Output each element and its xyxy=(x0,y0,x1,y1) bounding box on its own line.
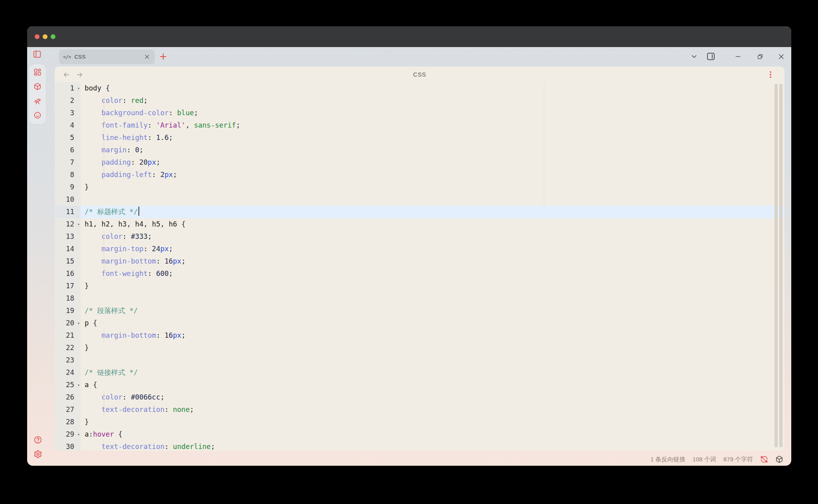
fold-toggle-icon[interactable]: ▾ xyxy=(77,428,80,441)
code-line[interactable]: 2 color: red; xyxy=(55,94,784,107)
close-light[interactable] xyxy=(35,34,40,39)
code-line[interactable]: 18 xyxy=(55,292,784,305)
close-window-icon[interactable] xyxy=(778,53,784,60)
code-line[interactable]: 17} xyxy=(55,280,784,292)
code-line-content[interactable]: /* 段落样式 */ xyxy=(81,305,784,317)
code-line[interactable]: 16 font-weight: 600; xyxy=(55,268,784,280)
code-line[interactable]: 30 text-decoration: underline; xyxy=(55,441,784,451)
chevron-down-icon[interactable] xyxy=(691,53,697,60)
code-line-content[interactable]: line-height: 1.6; xyxy=(81,132,784,144)
code-line-content[interactable]: padding-left: 2px; xyxy=(81,169,784,181)
cube-package-icon[interactable] xyxy=(34,83,41,91)
code-line-content[interactable]: margin-bottom: 16px; xyxy=(81,329,784,342)
code-line-content[interactable] xyxy=(81,193,784,206)
tab-css[interactable]: </> CSS xyxy=(59,49,155,64)
code-line-content[interactable]: margin-top: 24px; xyxy=(81,243,784,255)
scrollbar-outer[interactable] xyxy=(775,84,778,447)
code-line[interactable]: 4 font-family: 'Arial', sans-serif; xyxy=(55,119,784,132)
code-line[interactable]: 11/* 标题样式 */ xyxy=(55,206,784,218)
code-line-content[interactable]: } xyxy=(81,181,784,193)
code-line[interactable]: 8 padding-left: 2px; xyxy=(55,169,784,181)
restore-window-icon[interactable] xyxy=(757,53,763,60)
telescope-icon[interactable] xyxy=(34,97,41,105)
code-line-content[interactable] xyxy=(81,292,784,305)
code-line[interactable]: 12▾h1, h2, h3, h4, h5, h6 { xyxy=(55,218,784,230)
code-line-content[interactable]: h1, h2, h3, h4, h5, h6 { xyxy=(81,218,784,230)
code-line-content[interactable]: color: #333; xyxy=(81,230,784,243)
window-titlebar[interactable] xyxy=(27,26,791,47)
zoom-light[interactable] xyxy=(51,34,55,39)
scrollbar-thumb[interactable] xyxy=(779,84,782,447)
code-line[interactable]: 6 margin: 0; xyxy=(55,144,784,156)
dashboard-grid-icon[interactable] xyxy=(34,68,41,76)
code-line[interactable]: 28} xyxy=(55,416,784,428)
fold-toggle-icon[interactable]: ▾ xyxy=(77,218,80,230)
code-line[interactable]: 9} xyxy=(55,181,784,193)
minimize-icon[interactable] xyxy=(735,53,741,59)
word-count[interactable]: 108 个词 xyxy=(693,456,716,463)
line-number: 25▾ xyxy=(55,379,81,391)
code-line-content[interactable]: } xyxy=(81,416,784,428)
code-line[interactable]: 21 margin-bottom: 16px; xyxy=(55,329,784,342)
code-line-content[interactable]: a:hover { xyxy=(81,428,784,441)
backlink-count[interactable]: 1 条反向链接 xyxy=(650,456,686,463)
code-line[interactable]: 29▾a:hover { xyxy=(55,428,784,441)
traffic-lights[interactable] xyxy=(35,34,55,39)
code-line[interactable]: 7 padding: 20px; xyxy=(55,156,784,169)
code-line-content[interactable]: } xyxy=(81,280,784,292)
code-line[interactable]: 23 xyxy=(55,354,784,366)
pane-divider-line xyxy=(544,82,544,206)
char-count[interactable]: 879 个字符 xyxy=(723,456,753,463)
code-line-content[interactable]: a { xyxy=(81,379,784,391)
smiley-icon[interactable] xyxy=(34,111,41,119)
indent-guide xyxy=(104,404,104,416)
fold-toggle-icon[interactable]: ▾ xyxy=(77,379,80,391)
settings-gear-icon[interactable] xyxy=(34,450,42,459)
code-line-content[interactable]: /* 链接样式 */ xyxy=(81,366,784,379)
line-number: 21 xyxy=(55,329,81,342)
indent-guide xyxy=(104,94,104,107)
sync-off-icon[interactable] xyxy=(760,455,768,463)
code-line[interactable]: 13 color: #333; xyxy=(55,230,784,243)
code-line-content[interactable]: font-family: 'Arial', sans-serif; xyxy=(81,119,784,132)
code-line[interactable]: 19/* 段落样式 */ xyxy=(55,305,784,317)
code-line-content[interactable]: color: #0066cc; xyxy=(81,391,784,404)
help-icon[interactable] xyxy=(34,435,42,444)
code-line-content[interactable]: margin: 0; xyxy=(81,144,784,156)
code-line[interactable]: 1▾body { xyxy=(55,82,784,94)
more-options-icon[interactable] xyxy=(766,70,775,79)
panel-right-toggle-icon[interactable] xyxy=(706,52,715,61)
code-line-content[interactable]: } xyxy=(81,342,784,354)
code-line-content[interactable]: background-color: blue; xyxy=(81,107,784,119)
code-line-content[interactable]: color: red; xyxy=(81,94,784,107)
code-editor[interactable]: 1▾body {2 color: red;3 background-color:… xyxy=(55,82,784,451)
panel-left-toggle-icon[interactable] xyxy=(33,50,41,59)
code-line[interactable]: 27 text-decoration: none; xyxy=(55,404,784,416)
editor-pane: CSS 1▾body {2 color: red;3 background-co… xyxy=(55,67,784,451)
code-line[interactable]: 14 margin-top: 24px; xyxy=(55,243,784,255)
code-line[interactable]: 22} xyxy=(55,342,784,354)
code-line-content[interactable]: padding: 20px; xyxy=(81,156,784,169)
code-line[interactable]: 3 background-color: blue; xyxy=(55,107,784,119)
code-line[interactable]: 25▾a { xyxy=(55,379,784,391)
tab-close-icon[interactable] xyxy=(144,54,150,60)
code-line-content[interactable]: p { xyxy=(81,317,784,329)
code-line[interactable]: 26 color: #0066cc; xyxy=(55,391,784,404)
code-line[interactable]: 15 margin-bottom: 16px; xyxy=(55,255,784,268)
new-tab-button[interactable] xyxy=(159,52,168,61)
code-line-content[interactable]: /* 标题样式 */ xyxy=(81,206,784,218)
fold-toggle-icon[interactable]: ▾ xyxy=(77,317,80,329)
code-line-content[interactable]: font-weight: 600; xyxy=(81,268,784,280)
code-line[interactable]: 10 xyxy=(55,193,784,206)
code-line[interactable]: 5 line-height: 1.6; xyxy=(55,132,784,144)
package-cube-icon[interactable] xyxy=(775,455,783,463)
code-line-content[interactable]: body { xyxy=(81,82,784,94)
code-line-content[interactable]: margin-bottom: 16px; xyxy=(81,255,784,268)
code-line-content[interactable] xyxy=(81,354,784,366)
code-line-content[interactable]: text-decoration: none; xyxy=(81,404,784,416)
code-line[interactable]: 24/* 链接样式 */ xyxy=(55,366,784,379)
minimize-light[interactable] xyxy=(43,34,47,39)
fold-toggle-icon[interactable]: ▾ xyxy=(77,82,80,94)
code-line[interactable]: 20▾p { xyxy=(55,317,784,329)
code-line-content[interactable]: text-decoration: underline; xyxy=(81,441,784,451)
